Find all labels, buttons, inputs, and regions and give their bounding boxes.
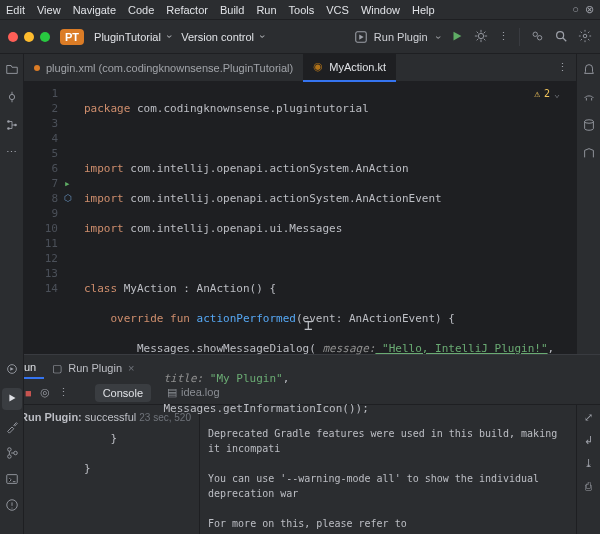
project-selector[interactable]: PluginTutorial bbox=[94, 31, 171, 43]
structure-tool-icon[interactable] bbox=[5, 118, 19, 134]
scroll-to-end-icon[interactable]: ⤓ bbox=[584, 457, 593, 470]
run-tool-icon[interactable] bbox=[2, 388, 22, 410]
build-tool-icon[interactable] bbox=[5, 420, 19, 436]
menu-vcs[interactable]: VCS bbox=[326, 4, 349, 16]
print-icon[interactable]: ⎙ bbox=[585, 480, 592, 492]
run-config-icon bbox=[354, 30, 368, 44]
menu-window[interactable]: Window bbox=[361, 4, 400, 16]
more-tool-icon[interactable]: ⋯ bbox=[6, 146, 17, 159]
warning-icon: ⚠ bbox=[534, 86, 540, 101]
terminal-tool-icon[interactable] bbox=[5, 472, 19, 488]
tab-plugin-xml[interactable]: plugin.xml (com.codingknownsense.PluginT… bbox=[24, 54, 303, 82]
warning-count: 2 bbox=[544, 86, 550, 101]
left-bottom-tool-strip bbox=[0, 354, 24, 534]
text-cursor-icon: ⌶ bbox=[304, 318, 312, 333]
menu-build[interactable]: Build bbox=[220, 4, 244, 16]
svg-point-2 bbox=[533, 32, 537, 36]
main-menu-bar: Edit View Navigate Code Refactor Build R… bbox=[0, 0, 600, 20]
svg-point-14 bbox=[13, 451, 17, 455]
menu-tools[interactable]: Tools bbox=[289, 4, 315, 16]
window-controls[interactable] bbox=[8, 32, 50, 42]
menu-code[interactable]: Code bbox=[128, 4, 154, 16]
git-tool-icon[interactable] bbox=[5, 446, 19, 462]
tab-label: MyAction.kt bbox=[329, 61, 386, 73]
debug-button[interactable] bbox=[474, 29, 488, 45]
services-tool-icon[interactable] bbox=[5, 362, 19, 378]
maven-tool-icon[interactable] bbox=[582, 146, 596, 162]
svg-point-13 bbox=[7, 455, 11, 459]
tab-label: plugin.xml (com.codingknownsense.PluginT… bbox=[46, 62, 293, 74]
svg-point-5 bbox=[583, 34, 587, 38]
run-button[interactable] bbox=[450, 29, 464, 45]
menu-navigate[interactable]: Navigate bbox=[73, 4, 116, 16]
svg-point-4 bbox=[557, 31, 564, 38]
xml-file-icon bbox=[34, 65, 40, 71]
menu-view[interactable]: View bbox=[37, 4, 61, 16]
soft-wrap-icon[interactable]: ↲ bbox=[584, 434, 593, 447]
notifications-icon[interactable] bbox=[582, 62, 596, 78]
chevron-down-icon: ⌄ bbox=[554, 86, 560, 101]
minimize-window-icon[interactable] bbox=[24, 32, 34, 42]
menu-refactor[interactable]: Refactor bbox=[166, 4, 208, 16]
close-icon[interactable]: ⊗ bbox=[585, 3, 594, 16]
menu-help[interactable]: Help bbox=[412, 4, 435, 16]
svg-rect-15 bbox=[6, 475, 17, 484]
search-icon[interactable] bbox=[554, 29, 568, 45]
svg-point-6 bbox=[9, 94, 14, 99]
more-actions-icon[interactable]: ⋮ bbox=[498, 30, 509, 43]
override-gutter-icon[interactable]: ⬡ bbox=[64, 191, 80, 206]
commit-tool-icon[interactable] bbox=[5, 90, 19, 106]
run-gutter-icon[interactable]: ▸ bbox=[64, 176, 80, 191]
code-editor[interactable]: 1234567891011121314 ▸ ⬡ package com.codi… bbox=[24, 82, 576, 534]
editor-tabs: plugin.xml (com.codingknownsense.PluginT… bbox=[24, 54, 576, 82]
database-tool-icon[interactable] bbox=[582, 118, 596, 134]
expand-icon[interactable]: ⤢ bbox=[584, 411, 593, 424]
tab-myaction-kt[interactable]: ◉ MyAction.kt bbox=[303, 54, 396, 82]
minimize-icon[interactable]: ○ bbox=[572, 3, 579, 16]
menu-run[interactable]: Run bbox=[256, 4, 276, 16]
kotlin-file-icon: ◉ bbox=[313, 60, 323, 73]
left-tool-strip: ⋯ bbox=[0, 54, 24, 354]
right-tool-strip bbox=[576, 54, 600, 354]
close-window-icon[interactable] bbox=[8, 32, 18, 42]
svg-point-10 bbox=[584, 120, 593, 124]
gradle-tool-icon[interactable] bbox=[582, 90, 596, 106]
inspection-indicator[interactable]: ⚠ 2 ⌄ bbox=[534, 86, 560, 101]
vcs-selector[interactable]: Version control bbox=[181, 31, 264, 43]
project-tool-icon[interactable] bbox=[5, 62, 19, 78]
toolbar: PT PluginTutorial Version control Run Pl… bbox=[0, 20, 600, 54]
settings-icon[interactable] bbox=[578, 29, 592, 45]
zoom-window-icon[interactable] bbox=[40, 32, 50, 42]
svg-point-1 bbox=[478, 33, 483, 38]
menu-edit[interactable]: Edit bbox=[6, 4, 25, 16]
project-chip[interactable]: PT bbox=[60, 29, 84, 45]
run-panel-right-strip: ⤢ ↲ ⤓ ⎙ bbox=[576, 405, 600, 534]
code-with-me-icon[interactable] bbox=[530, 29, 544, 45]
line-numbers: 1234567891011121314 bbox=[24, 82, 64, 534]
run-config-selector[interactable]: Run Plugin bbox=[354, 30, 440, 44]
tabs-overflow-icon[interactable]: ⋮ bbox=[549, 61, 576, 74]
svg-point-3 bbox=[537, 35, 541, 39]
svg-point-12 bbox=[7, 448, 11, 452]
gutter-icons: ▸ ⬡ bbox=[64, 82, 80, 534]
code-content[interactable]: package com.codingknownsense.plugintutor… bbox=[80, 82, 576, 534]
run-config-label: Run Plugin bbox=[374, 31, 428, 43]
problems-tool-icon[interactable] bbox=[5, 498, 19, 514]
